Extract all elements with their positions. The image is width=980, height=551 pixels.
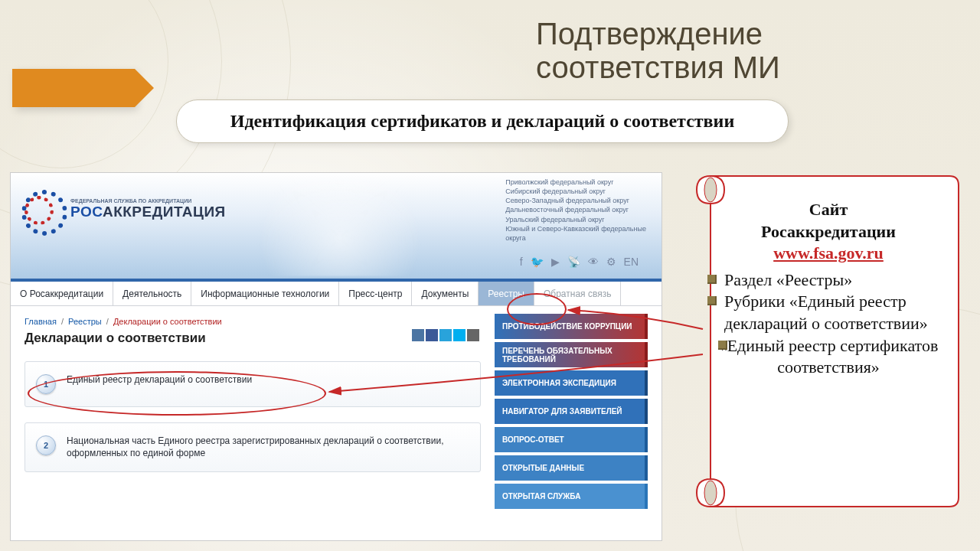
note-bullet: Раздел «Реестры»	[707, 269, 949, 292]
website-screenshot: ФЕДЕРАЛЬНАЯ СЛУЖБА ПО АККРЕДИТАЦИИ РОСАК…	[11, 173, 662, 540]
fb-icon[interactable]	[426, 329, 438, 341]
site-header: ФЕДЕРАЛЬНАЯ СЛУЖБА ПО АККРЕДИТАЦИИ РОСАК…	[11, 173, 662, 279]
vk-icon[interactable]	[412, 329, 424, 341]
side-btn[interactable]: ПРОТИВОДЕЙСТВИЕ КОРРУПЦИИ	[495, 314, 648, 339]
nav-press[interactable]: Пресс-центр	[339, 282, 412, 305]
nav-docs[interactable]: Документы	[412, 282, 479, 305]
slide-title: Подтверждение соответствия МИ	[536, 17, 780, 84]
side-btn[interactable]: ЭЛЕКТРОННАЯ ЭКСПЕДИЦИЯ	[495, 370, 648, 396]
logo-icon	[21, 187, 66, 231]
note-bullet: Рубрики «Единый реестр деклараций о соот…	[707, 291, 949, 334]
breadcrumb: Главная / Реестры / Декларации о соответ…	[24, 317, 481, 326]
skype-icon[interactable]	[453, 329, 466, 341]
sitemap-icon[interactable]: ⚙	[606, 256, 616, 268]
main-nav: О Росаккредитации Деятельность Информаци…	[11, 279, 662, 306]
map-decoration	[217, 181, 462, 276]
print-icon[interactable]	[467, 329, 479, 341]
rss-icon[interactable]: 📡	[567, 256, 580, 268]
district-item[interactable]: Уральский федеральный округ	[505, 215, 646, 224]
entry-text: Национальная часть Единого реестра зарег…	[67, 435, 469, 459]
slide-title-line1: Подтверждение	[536, 17, 780, 51]
subtitle-box: Идентификация сертификатов и деклараций …	[176, 99, 789, 143]
breadcrumb-section[interactable]: Реестры	[68, 317, 102, 326]
note-bullet: «Единый реестр сертификатов соответствия…	[707, 335, 949, 379]
district-item[interactable]: Южный и Северо-Кавказский федеральные	[505, 224, 646, 233]
nav-activity[interactable]: Деятельность	[113, 282, 191, 305]
share-icons	[412, 329, 479, 341]
eye-icon[interactable]: 👁	[588, 256, 599, 268]
note-panel: Сайт Росаккредитации www.fsa.gov.ru Разд…	[674, 173, 965, 510]
logo-prefix: РОС	[70, 204, 103, 220]
registry-entry-2[interactable]: 2 Национальная часть Единого реестра зар…	[24, 422, 481, 472]
district-item: округа	[505, 233, 646, 243]
nav-feedback[interactable]: Обратная связь	[534, 282, 621, 305]
subtitle-text: Идентификация сертификатов и деклараций …	[230, 111, 734, 131]
note-url[interactable]: www.fsa.gov.ru	[773, 243, 884, 262]
slide-title-line2: соответствия МИ	[536, 51, 780, 84]
side-btn[interactable]: ОТКРЫТАЯ СЛУЖБА	[495, 484, 648, 509]
site-content: Главная / Реестры / Декларации о соответ…	[11, 306, 662, 509]
breadcrumb-current: Декларации о соответствии	[113, 317, 222, 326]
svg-point-1	[704, 481, 717, 505]
nav-about[interactable]: О Росаккредитации	[11, 282, 113, 305]
twitter-share-icon[interactable]	[439, 329, 452, 341]
breadcrumb-home[interactable]: Главная	[24, 317, 57, 326]
district-item[interactable]: Приволжский федеральный округ	[505, 178, 646, 187]
twitter-icon[interactable]: 🐦	[531, 256, 544, 268]
side-btn[interactable]: НАВИГАТОР ДЛЯ ЗАЯВИТЕЛЕЙ	[495, 399, 648, 424]
registry-entry-1[interactable]: 1 Единый реестр деклараций о соответстви…	[24, 361, 481, 407]
side-btn[interactable]: ВОПРОС-ОТВЕТ	[495, 427, 648, 452]
district-item[interactable]: Сибирский федеральный округ	[505, 187, 646, 196]
entry-number: 1	[36, 374, 56, 394]
youtube-icon[interactable]: ▶	[551, 256, 560, 268]
social-row: f 🐦 ▶ 📡 👁 ⚙ EN	[520, 256, 639, 268]
site-logo[interactable]: ФЕДЕРАЛЬНАЯ СЛУЖБА ПО АККРЕДИТАЦИИ РОСАК…	[21, 187, 226, 231]
note-line1: Сайт	[707, 199, 949, 221]
district-list: Приволжский федеральный округ Сибирский …	[505, 178, 646, 243]
lang-switch[interactable]: EN	[624, 256, 639, 268]
entry-number: 2	[36, 435, 56, 455]
nav-it[interactable]: Информационные технологии	[191, 282, 339, 305]
logo-subtitle: ФЕДЕРАЛЬНАЯ СЛУЖБА ПО АККРЕДИТАЦИИ	[70, 198, 226, 204]
facebook-icon[interactable]: f	[520, 256, 523, 268]
entry-text: Единый реестр деклараций о соответствии	[67, 374, 252, 386]
district-item[interactable]: Дальневосточный федеральный округ	[505, 205, 646, 214]
accent-tab	[12, 69, 135, 107]
side-btn[interactable]: ПЕРЕЧЕНЬ ОБЯЗАТЕЛЬНЫХ ТРЕБОВАНИЙ	[495, 342, 648, 367]
side-btn[interactable]: ОТКРЫТЫЕ ДАННЫЕ	[495, 455, 648, 481]
district-item[interactable]: Северо-Западный федеральный округ	[505, 196, 646, 205]
note-line2: Росаккредитации	[707, 221, 949, 243]
side-buttons: ПРОТИВОДЕЙСТВИЕ КОРРУПЦИИ ПЕРЕЧЕНЬ ОБЯЗА…	[495, 314, 648, 509]
nav-registries[interactable]: Реестры	[479, 282, 534, 305]
logo-suffix: АККРЕДИТАЦИЯ	[103, 204, 226, 220]
